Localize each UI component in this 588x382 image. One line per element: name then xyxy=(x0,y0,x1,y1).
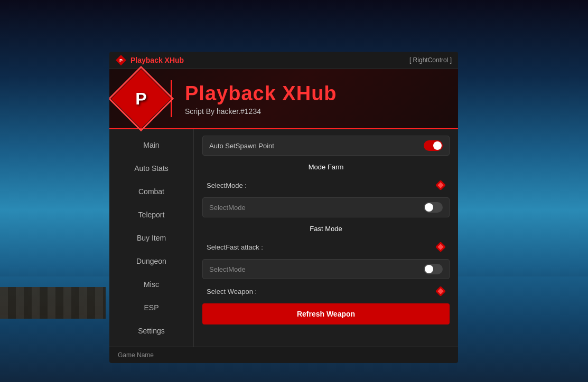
logo-letter: P xyxy=(135,89,146,109)
sidebar-item-dungeon[interactable]: Dungeon xyxy=(109,250,193,273)
refresh-weapon-button[interactable]: Refresh Weapon xyxy=(202,303,450,324)
content-area: Main Auto Stats Combat Teleport Buy Item… xyxy=(109,129,458,347)
sidebar-item-combat[interactable]: Combat xyxy=(109,180,193,203)
main-panel: Auto SetSpawn Point Mode Farm SelectMode… xyxy=(194,129,458,347)
select-mode-icon[interactable] xyxy=(436,180,445,190)
title-logo-icon: P xyxy=(116,55,126,65)
dropdown-1-label: SelectMode xyxy=(209,204,246,212)
select-mode-label: SelectMode : xyxy=(207,182,247,189)
header-logo: P xyxy=(120,78,162,120)
auto-setspawn-toggle[interactable] xyxy=(424,140,443,151)
sidebar-item-auto-stats[interactable]: Auto Stats xyxy=(109,157,193,180)
sidebar-item-esp[interactable]: ESP xyxy=(109,296,193,319)
game-name-label: Game Name xyxy=(118,351,154,359)
bottom-bar: Game Name xyxy=(109,347,458,363)
selectmode-dropdown-2[interactable]: SelectMode xyxy=(202,259,450,279)
background-bridge xyxy=(0,287,106,319)
select-mode-row: SelectMode : xyxy=(202,178,450,192)
fast-mode-label: Fast Mode xyxy=(202,223,450,235)
app-title: Playback XHub xyxy=(185,82,447,105)
dropdown-2-toggle[interactable] xyxy=(424,264,443,274)
sidebar-item-settings[interactable]: Settings xyxy=(109,319,193,342)
select-fast-row: SelectFast attack : xyxy=(202,240,450,254)
app-subtitle: Script By hacker.#1234 xyxy=(185,107,447,116)
gui-window: P Playback XHub [ RightControl ] P Playb… xyxy=(109,52,458,363)
select-weapon-label: Select Weapon : xyxy=(207,288,257,295)
auto-setspawn-label: Auto SetSpawn Point xyxy=(209,142,274,150)
dropdown-1-toggle[interactable] xyxy=(424,202,443,213)
sidebar-item-main[interactable]: Main xyxy=(109,133,193,157)
sidebar-item-teleport[interactable]: Teleport xyxy=(109,203,193,226)
select-fast-label: SelectFast attack : xyxy=(207,243,263,251)
sidebar-item-buy-item[interactable]: Buy Item xyxy=(109,226,193,250)
header-text: Playback XHub Script By hacker.#1234 xyxy=(185,82,447,116)
title-keybind: [ RightControl ] xyxy=(409,56,452,64)
title-text: Playback XHub xyxy=(130,56,184,64)
header-banner: P Playback XHub Script By hacker.#1234 xyxy=(109,69,458,129)
mode-farm-label: Mode Farm xyxy=(202,161,450,173)
title-bar: P Playback XHub [ RightControl ] xyxy=(109,52,458,69)
sidebar: Main Auto Stats Combat Teleport Buy Item… xyxy=(109,129,194,347)
sidebar-item-misc[interactable]: Misc xyxy=(109,273,193,296)
svg-text:P: P xyxy=(119,58,123,63)
dropdown-2-label: SelectMode xyxy=(209,265,246,273)
auto-setspawn-row: Auto SetSpawn Point xyxy=(202,136,450,156)
select-fast-icon[interactable] xyxy=(436,242,445,252)
select-weapon-icon[interactable] xyxy=(436,286,445,296)
select-weapon-row: Select Weapon : xyxy=(202,284,450,298)
title-bar-left: P Playback XHub xyxy=(116,55,184,65)
selectmode-dropdown-1[interactable]: SelectMode xyxy=(202,197,450,217)
